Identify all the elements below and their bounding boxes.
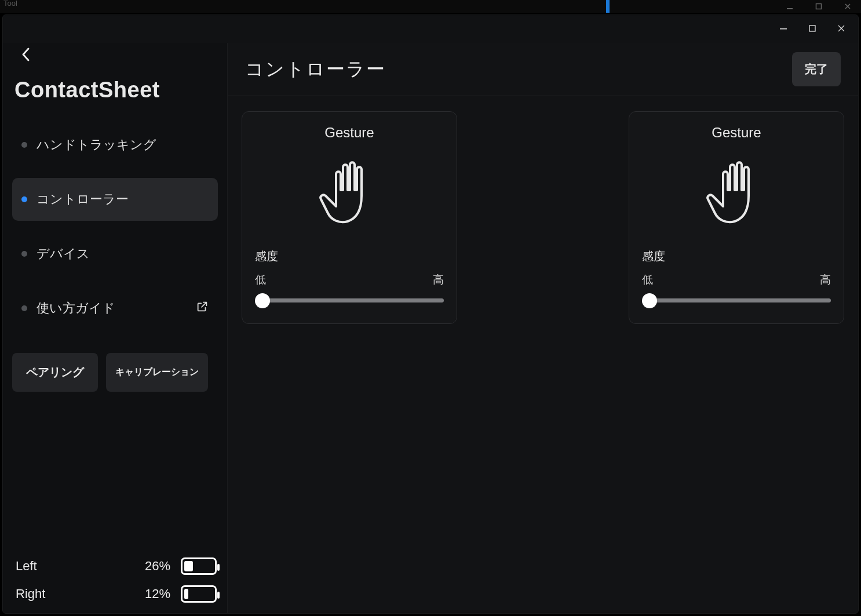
window-minimize-button[interactable]: [769, 19, 798, 38]
app-body: ContactSheet ハンドトラッキング コントローラー デバイス: [3, 43, 858, 613]
main-header: コントローラー 完了: [228, 43, 858, 96]
sidebar-item-label: ハンドトラッキング: [37, 136, 156, 154]
main-panel: コントローラー 完了 Gesture 感度 低: [228, 43, 858, 613]
slider-track: [261, 298, 444, 302]
gesture-card-left: Gesture 感度 低 高: [242, 111, 457, 324]
card-title: Gesture: [324, 125, 374, 141]
sensitivity-slider[interactable]: [642, 292, 831, 308]
sidebar-item-controller[interactable]: コントローラー: [12, 178, 218, 221]
status-dot-icon: [21, 305, 27, 311]
app-window: ContactSheet ハンドトラッキング コントローラー デバイス: [2, 14, 859, 614]
desktop: Tool: [0, 0, 861, 616]
battery-status: Left 26% Right 12%: [16, 557, 217, 603]
battery-percent: 26%: [130, 559, 170, 574]
svg-rect-1: [816, 4, 822, 9]
sidebar-item-label: デバイス: [37, 245, 90, 263]
pairing-button[interactable]: ペアリング: [12, 353, 98, 392]
hand-icon: [315, 151, 384, 232]
titlebar: [3, 15, 858, 43]
calibration-button[interactable]: キャリブレーション: [106, 353, 208, 392]
battery-label: Right: [16, 586, 130, 602]
sidebar-item-label: コントローラー: [37, 191, 129, 208]
sidebar-button-row: ペアリング キャリブレーション: [12, 353, 218, 392]
sidebar: ContactSheet ハンドトラッキング コントローラー デバイス: [3, 43, 228, 613]
gesture-card-right: Gesture 感度 低 高: [629, 111, 844, 324]
parent-window-titlebar: Tool: [0, 0, 861, 13]
battery-fill: [184, 589, 188, 599]
sensitivity-label: 感度: [255, 249, 278, 264]
card-title: Gesture: [712, 125, 761, 141]
battery-fill: [184, 561, 193, 571]
window-maximize-button[interactable]: [798, 19, 827, 38]
accent-marker: [606, 0, 610, 13]
sidebar-item-device[interactable]: デバイス: [12, 232, 218, 275]
cards-area: Gesture 感度 低 高: [228, 96, 858, 613]
battery-label: Left: [16, 559, 130, 574]
slider-high-label: 高: [433, 272, 444, 287]
hand-icon: [702, 151, 771, 232]
battery-icon: [181, 557, 217, 575]
battery-row-right: Right 12%: [16, 585, 217, 603]
window-close-button[interactable]: [827, 19, 856, 38]
page-title: コントローラー: [245, 57, 792, 82]
slider-thumb[interactable]: [255, 293, 270, 308]
sensitivity-label: 感度: [642, 249, 665, 264]
back-button[interactable]: [16, 44, 37, 65]
svg-rect-3: [809, 25, 815, 31]
parent-minimize-button[interactable]: [776, 0, 803, 13]
svg-rect-2: [780, 28, 787, 30]
parent-close-button[interactable]: [834, 0, 861, 13]
status-dot-icon: [21, 142, 27, 148]
svg-rect-0: [787, 8, 793, 9]
battery-icon: [181, 585, 217, 603]
slider-track: [648, 298, 831, 302]
sidebar-item-hand-tracking[interactable]: ハンドトラッキング: [12, 123, 218, 166]
done-button[interactable]: 完了: [792, 52, 841, 86]
battery-percent: 12%: [130, 586, 170, 602]
slider-low-label: 低: [255, 272, 266, 287]
sensitivity-slider[interactable]: [255, 292, 444, 308]
chevron-left-icon: [20, 46, 32, 63]
status-dot-icon: [21, 251, 27, 257]
sidebar-nav: ハンドトラッキング コントローラー デバイス 使い方ガイド: [12, 123, 218, 330]
sidebar-item-label: 使い方ガイド: [37, 300, 115, 317]
parent-window-title: Tool: [3, 0, 17, 8]
external-link-icon: [196, 300, 209, 316]
app-logo: ContactSheet: [14, 78, 218, 103]
slider-high-label: 高: [820, 272, 831, 287]
battery-row-left: Left 26%: [16, 557, 217, 575]
parent-maximize-button[interactable]: [805, 0, 832, 13]
slider-range-labels: 低 高: [642, 272, 831, 287]
slider-low-label: 低: [642, 272, 653, 287]
slider-range-labels: 低 高: [255, 272, 444, 287]
slider-thumb[interactable]: [642, 293, 657, 308]
sidebar-item-guide[interactable]: 使い方ガイド: [12, 287, 218, 330]
status-dot-icon: [21, 196, 27, 202]
